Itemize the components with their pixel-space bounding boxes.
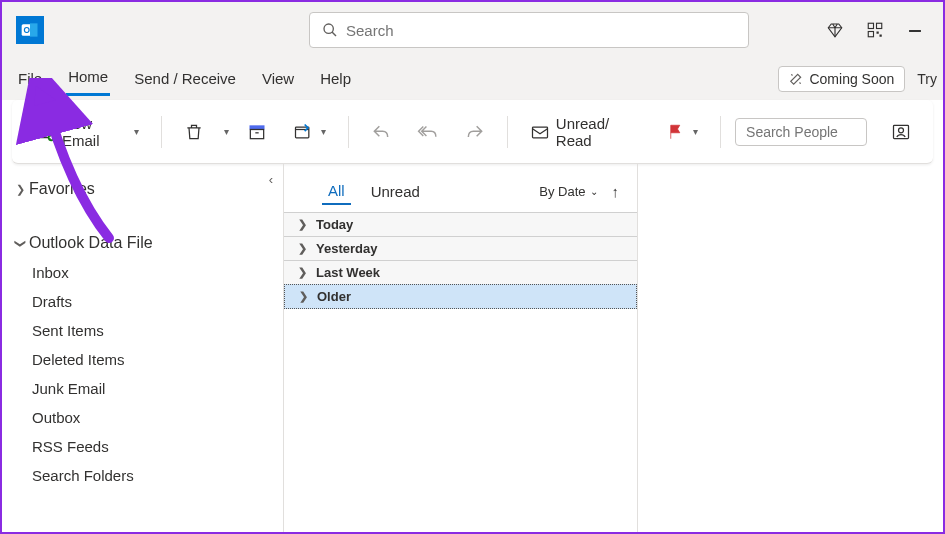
premium-icon[interactable]: [815, 10, 855, 50]
svg-point-17: [899, 127, 904, 132]
folder-inbox[interactable]: Inbox: [2, 258, 283, 287]
qr-icon[interactable]: [855, 10, 895, 50]
try-button[interactable]: Try: [911, 67, 943, 91]
minimize-button[interactable]: ‒: [895, 10, 935, 50]
data-file-label: Outlook Data File: [29, 234, 153, 252]
message-list-pane: All Unread By Date ⌄ ↑ ❯ Today ❯ Yesterd…: [284, 164, 638, 532]
folder-drafts[interactable]: Drafts: [2, 287, 283, 316]
main-area: ‹ ❯ Favorites ❯ Outlook Data File Inbox …: [2, 164, 943, 532]
forward-icon: [465, 122, 485, 142]
svg-point-3: [324, 24, 333, 33]
favorites-header[interactable]: ❯ Favorites: [2, 174, 283, 204]
chevron-right-icon: ❯: [16, 183, 25, 196]
svg-text:O: O: [23, 25, 30, 35]
chevron-down-icon: ⌄: [590, 186, 598, 197]
group-label: Today: [316, 217, 353, 232]
divider: [507, 116, 508, 148]
svg-rect-9: [880, 35, 882, 37]
divider: [348, 116, 349, 148]
favorites-label: Favorites: [29, 180, 95, 198]
contact-card-icon: [891, 122, 911, 142]
collapse-pane-icon[interactable]: ‹: [269, 172, 273, 187]
move-button[interactable]: ▾: [285, 116, 334, 148]
unread-read-button[interactable]: Unread/ Read: [522, 109, 649, 155]
tab-view[interactable]: View: [260, 64, 296, 95]
chevron-down-icon: ▾: [134, 126, 139, 137]
archive-button[interactable]: [239, 116, 275, 148]
folder-pane: ‹ ❯ Favorites ❯ Outlook Data File Inbox …: [2, 164, 284, 532]
reply-icon: [371, 122, 391, 142]
sort-direction-icon[interactable]: ↑: [612, 183, 620, 200]
svg-rect-15: [532, 127, 547, 138]
chevron-down-icon: ❯: [14, 239, 27, 248]
folder-sent[interactable]: Sent Items: [2, 316, 283, 345]
sort-dropdown[interactable]: By Date ⌄ ↑: [539, 183, 619, 200]
group-older[interactable]: ❯ Older: [284, 284, 637, 309]
message-list-header: All Unread By Date ⌄ ↑: [284, 178, 637, 213]
folder-deleted[interactable]: Deleted Items: [2, 345, 283, 374]
search-people-input[interactable]: [746, 124, 856, 140]
divider: [161, 116, 162, 148]
group-last-week[interactable]: ❯ Last Week: [284, 260, 637, 285]
mail-plus-icon: [34, 121, 56, 143]
global-search[interactable]: [309, 12, 749, 48]
svg-rect-13: [250, 129, 263, 138]
menu-tabs: File Home Send / Receive View Help Comin…: [2, 58, 943, 100]
move-folder-icon: [293, 122, 313, 142]
unread-read-label: Unread/ Read: [556, 115, 641, 149]
trash-icon: [184, 122, 204, 142]
forward-button[interactable]: [457, 116, 493, 148]
svg-line-4: [332, 32, 336, 36]
flag-button[interactable]: ▾: [659, 117, 706, 147]
tab-home[interactable]: Home: [66, 62, 110, 96]
search-people-box[interactable]: [735, 118, 867, 146]
chevron-right-icon: ❯: [298, 242, 308, 255]
flag-icon: [667, 123, 685, 141]
envelope-icon: [530, 122, 550, 142]
chevron-right-icon: ❯: [298, 218, 308, 231]
reading-pane: [638, 164, 943, 532]
coming-soon-label: Coming Soon: [809, 71, 894, 87]
tab-help[interactable]: Help: [318, 64, 353, 95]
svg-rect-5: [868, 23, 873, 28]
divider: [720, 116, 721, 148]
tab-send-receive[interactable]: Send / Receive: [132, 64, 238, 95]
reply-all-button[interactable]: [409, 116, 447, 148]
data-file-header[interactable]: ❯ Outlook Data File: [2, 228, 283, 258]
coming-soon-button[interactable]: Coming Soon: [778, 66, 905, 92]
sort-label: By Date: [539, 184, 585, 199]
reply-button[interactable]: [363, 116, 399, 148]
address-book-button[interactable]: [883, 116, 919, 148]
archive-icon: [247, 122, 267, 142]
folder-rss[interactable]: RSS Feeds: [2, 432, 283, 461]
filter-unread[interactable]: Unread: [365, 179, 426, 204]
svg-rect-6: [877, 23, 882, 28]
search-icon: [322, 22, 338, 38]
global-search-input[interactable]: [346, 22, 736, 39]
title-bar: O ‒: [2, 2, 943, 58]
wand-icon: [789, 72, 803, 86]
chevron-down-icon: ▾: [693, 126, 698, 137]
chevron-down-icon[interactable]: ▾: [224, 126, 229, 137]
folder-outbox[interactable]: Outbox: [2, 403, 283, 432]
filter-all[interactable]: All: [322, 178, 351, 205]
tab-file[interactable]: File: [16, 64, 44, 95]
group-yesterday[interactable]: ❯ Yesterday: [284, 236, 637, 261]
reply-all-icon: [417, 122, 439, 142]
group-today[interactable]: ❯ Today: [284, 212, 637, 237]
group-label: Yesterday: [316, 241, 377, 256]
new-email-button[interactable]: New Email ▾: [26, 109, 147, 155]
chevron-right-icon: ❯: [298, 266, 308, 279]
svg-rect-7: [868, 32, 873, 37]
outlook-logo-icon: O: [16, 16, 44, 44]
ribbon-toolbar: New Email ▾ ▾ ▾: [12, 100, 933, 164]
new-email-label: New Email: [62, 115, 126, 149]
chevron-right-icon: ❯: [299, 290, 309, 303]
svg-rect-8: [877, 32, 879, 34]
folder-search[interactable]: Search Folders: [2, 461, 283, 490]
group-label: Last Week: [316, 265, 380, 280]
chevron-down-icon: ▾: [321, 126, 326, 137]
group-label: Older: [317, 289, 351, 304]
folder-junk[interactable]: Junk Email: [2, 374, 283, 403]
delete-button[interactable]: [176, 116, 212, 148]
